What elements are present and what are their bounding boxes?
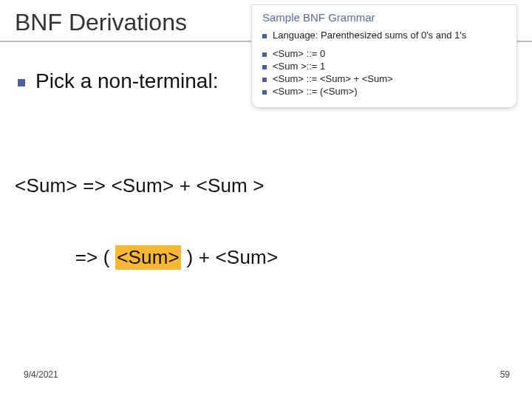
- inset-row: <Sum> ::= (<Sum>): [262, 86, 506, 97]
- inset-title: Sample BNF Grammar: [262, 11, 506, 24]
- derivation-block: <Sum> => <Sum> + <Sum > => ( <Sum> ) + <…: [15, 127, 278, 316]
- inset-text: <Sum >::= 1: [273, 61, 325, 72]
- square-bullet-icon: [262, 34, 267, 38]
- square-bullet-icon: [262, 90, 267, 95]
- inset-row: <Sum >::= 1: [262, 61, 506, 72]
- main-bullet-text: Pick a non-terminal:: [35, 69, 218, 93]
- deriv-line2-pre: => (: [15, 246, 115, 268]
- square-bullet-icon: [18, 79, 25, 86]
- inset-text: Language: Parenthesized sums of 0's and …: [273, 30, 466, 41]
- square-bullet-icon: [262, 78, 267, 82]
- inset-row-spacer: [262, 42, 506, 47]
- slide: BNF Derivations Pick a non-terminal: <Su…: [0, 0, 532, 399]
- inset-row: <Sum> ::= 0: [262, 48, 506, 59]
- inset-row: <Sum> ::= <Sum> + <Sum>: [262, 73, 506, 84]
- grammar-inset: Sample BNF Grammar Language: Parenthesiz…: [251, 4, 517, 108]
- inset-row: Language: Parenthesized sums of 0's and …: [262, 30, 506, 41]
- derivation-line-2: => ( <Sum> ) + <Sum>: [15, 245, 278, 270]
- inset-text: <Sum> ::= (<Sum>): [273, 86, 358, 97]
- inset-text: <Sum> ::= 0: [273, 48, 325, 59]
- square-bullet-icon: [262, 65, 267, 69]
- derivation-line-1: <Sum> => <Sum> + <Sum >: [15, 173, 278, 199]
- main-bullet-row: Pick a non-terminal:: [18, 69, 218, 93]
- square-bullet-icon: [262, 52, 267, 57]
- footer-date: 9/4/2021: [24, 369, 58, 380]
- footer-page-number: 59: [500, 369, 510, 380]
- inset-text: <Sum> ::= <Sum> + <Sum>: [273, 73, 393, 84]
- page-title: BNF Derivations: [15, 9, 187, 36]
- highlighted-nonterminal: <Sum>: [115, 245, 181, 270]
- deriv-line2-post: ) + <Sum>: [181, 246, 278, 268]
